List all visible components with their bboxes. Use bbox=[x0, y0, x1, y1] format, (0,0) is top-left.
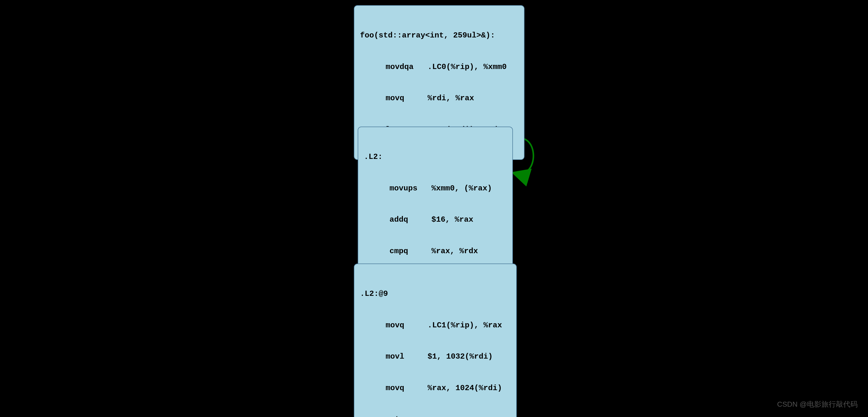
instr: movups%xmm0, (%rax) bbox=[364, 183, 507, 194]
cfg-diagram: foo(std::array<int, 259ul>&): movdqa.LC0… bbox=[279, 0, 589, 417]
cfg-node-exit: .L2:@9 movq.LC1(%rip), %rax movl$1, 1032… bbox=[354, 264, 517, 417]
instr: movq%rax, 1024(%rdi) bbox=[360, 383, 510, 393]
instr: movl$1, 1032(%rdi) bbox=[360, 351, 510, 362]
node-label: .L2: bbox=[364, 152, 507, 162]
node-label: foo(std::array<int, 259ul>&): bbox=[360, 30, 518, 41]
instr: addq$16, %rax bbox=[364, 214, 507, 225]
instr: movq.LC1(%rip), %rax bbox=[360, 320, 510, 331]
instr: cmpq%rax, %rdx bbox=[364, 246, 507, 256]
node-label: .L2:@9 bbox=[360, 288, 510, 299]
instr: movq%rdi, %rax bbox=[360, 93, 518, 104]
instr: ret bbox=[360, 414, 510, 417]
watermark: CSDN @电影旅行敲代码 bbox=[777, 399, 858, 409]
instr: movdqa.LC0(%rip), %xmm0 bbox=[360, 62, 518, 72]
